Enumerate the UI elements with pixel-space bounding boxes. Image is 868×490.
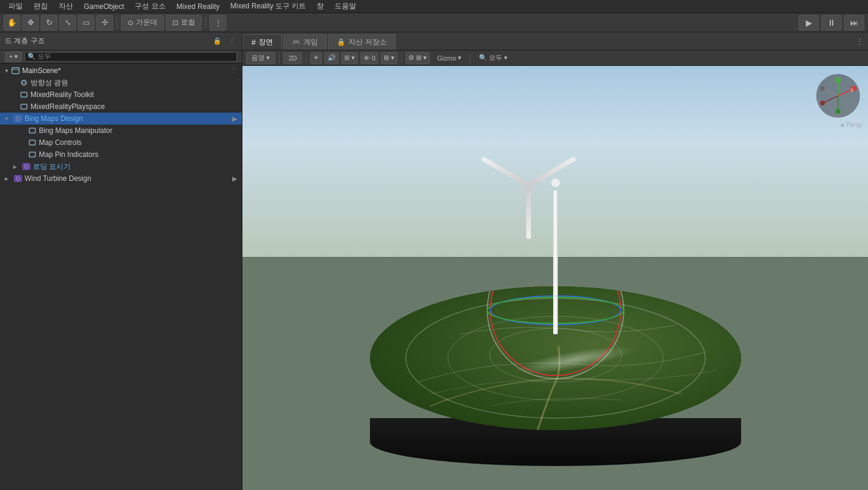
wind-turbine-model [550, 179, 562, 334]
hierarchy-item-loading[interactable]: ▶ 로딩 표시기 [0, 161, 242, 173]
play-button[interactable]: ▶ [799, 15, 819, 31]
hierarchy-more-btn[interactable]: ⋮ [226, 36, 237, 47]
hierarchy-title: 드 계층 구조 [5, 36, 208, 46]
main-scene-more[interactable]: ⋮ [230, 67, 237, 75]
mp-icon [28, 150, 37, 159]
menu-gameobject[interactable]: GameObject [79, 1, 129, 12]
svg-rect-8 [29, 128, 35, 133]
menu-help[interactable]: 도움말 [330, 0, 361, 13]
menu-mixed-reality[interactable]: Mixed Reality [172, 1, 224, 12]
bing-maps-label: Bing Maps Design [25, 114, 83, 123]
svg-rect-0 [12, 68, 19, 74]
scene-tab-icon: # [251, 38, 256, 47]
scene-toolbar: 음영 ▾ 2D ☀ 🔊 ⊞ ▾ 👁 0 [242, 50, 868, 66]
hierarchy-item-mr-playspace[interactable]: ▶ MixedRealityPlayspace [0, 101, 242, 113]
svg-rect-4 [21, 92, 27, 97]
asset-tab-icon: 🔒 [337, 38, 345, 46]
tab-asset-store[interactable]: 🔒 자산 저장소 [328, 34, 395, 50]
scene-toolbar-sep4 [470, 53, 471, 63]
tab-scene[interactable]: # 장면 [242, 34, 282, 50]
tool-hand[interactable]: ✋ [4, 15, 20, 31]
expand-arrow-loading[interactable]: ▶ [11, 164, 19, 170]
all-arrow: ▾ [504, 54, 508, 62]
shading-dropdown[interactable]: 음영 ▾ [246, 52, 275, 64]
shading-label: 음영 [251, 53, 265, 62]
svg-point-29 [836, 109, 840, 114]
scene-viewport[interactable]: X ◄ Persp [242, 66, 868, 490]
terrain-container [358, 262, 753, 466]
loading-icon [22, 162, 31, 171]
tab-game[interactable]: 🎮 게임 [283, 34, 327, 50]
effects-toggle[interactable]: ⊞ ▾ [341, 52, 358, 64]
toolbar-sep2 [205, 17, 206, 29]
tool-move[interactable]: ✥ [22, 15, 39, 31]
hierarchy-item-bing-manipulator[interactable]: ▶ Bing Maps Manipulator [0, 125, 242, 137]
wt-more[interactable]: ▶ [232, 175, 237, 183]
pivot-toggle[interactable]: ⊙ 가운데 [121, 15, 164, 31]
axis-gizmo[interactable]: X ◄ Persp [814, 72, 862, 120]
bm-label: Bing Maps Manipulator [39, 126, 113, 135]
menu-edit[interactable]: 편집 [29, 0, 53, 13]
audio-toggle[interactable]: 🔊 [324, 52, 339, 64]
menu-file[interactable]: 파일 [4, 0, 28, 13]
tool-rotate[interactable]: ↻ [41, 15, 57, 31]
expand-arrow-bing-maps[interactable]: ▼ [2, 116, 11, 122]
gizmo-label-btn[interactable]: Gizmo ▾ [432, 52, 466, 64]
all-layers-dropdown[interactable]: 🔍 모두 ▾ [474, 52, 512, 64]
scene-toolbar-sep1 [279, 53, 280, 63]
mc-icon [28, 138, 37, 147]
persp-label[interactable]: ◄ Persp [839, 122, 862, 128]
bing-maps-more[interactable]: ▶ [232, 115, 237, 123]
lighting-toggle[interactable]: ☀ [310, 52, 322, 64]
tool-transform[interactable]: ✢ [96, 15, 113, 31]
game-tab-label: 게임 [304, 37, 318, 47]
hierarchy-item-map-controls[interactable]: ▶ Map Controls [0, 137, 242, 149]
expand-arrow-main-scene[interactable]: ▼ [2, 66, 11, 75]
hierarchy-search-box[interactable]: 🔍 모두 [25, 52, 237, 62]
light-icon-btn: ☀ [313, 54, 319, 62]
svg-point-2 [22, 80, 26, 85]
menu-component[interactable]: 구성 요소 [130, 0, 170, 13]
hierarchy-content: ▼ MainScene* ⋮ ▶ 방향성 광원 ▶ [0, 63, 242, 490]
gizmo-arrow: ▾ [458, 54, 462, 62]
bm-icon [28, 126, 37, 135]
mr-toolkit-icon [19, 90, 29, 99]
svg-rect-10 [29, 152, 35, 157]
grid-toggle[interactable]: ⊞ ▾ [381, 52, 397, 64]
svg-point-31 [820, 86, 825, 91]
local-toggle[interactable]: ⊡ 로컬 [166, 15, 202, 31]
settings-icon: ⚙ [408, 54, 414, 62]
hierarchy-search: + ▾ 🔍 모두 [0, 50, 242, 63]
main-layout: 드 계층 구조 🔒 ⋮ + ▾ 🔍 모두 ▼ MainScene* ⋮ [0, 32, 868, 490]
hierarchy-item-light[interactable]: ▶ 방향성 광원 [0, 77, 242, 89]
menu-window[interactable]: 창 [312, 0, 329, 13]
hierarchy-lock-btn[interactable]: 🔒 [212, 36, 223, 47]
menu-mr-toolkit[interactable]: Mixed Reality 도구 키트 [226, 0, 311, 13]
scene-tab-label: 장면 [259, 37, 273, 47]
hierarchy-add-btn[interactable]: + ▾ [5, 52, 22, 62]
gizmo-settings[interactable]: ⚙ ⊞ ▾ [405, 52, 430, 64]
svg-rect-3 [23, 80, 25, 85]
2d-toggle[interactable]: 2D [283, 52, 302, 64]
hierarchy-item-main-scene[interactable]: ▼ MainScene* ⋮ [0, 65, 242, 77]
play-controls: ▶ ⏸ ⏭ [799, 15, 864, 31]
mr-playspace-icon [19, 102, 29, 111]
svg-point-22 [835, 77, 841, 83]
tabs-more-btn[interactable]: ⋮ [851, 37, 868, 46]
mc-label: Map Controls [39, 138, 81, 147]
menu-assets[interactable]: 자산 [54, 0, 78, 13]
wt-icon [13, 174, 23, 183]
hierarchy-item-bing-maps[interactable]: ▼ Bing Maps Design ▶ [0, 113, 242, 125]
main-scene-label: MainScene* [22, 66, 61, 75]
hierarchy-item-map-pins[interactable]: ▶ Map Pin Indicators [0, 149, 242, 161]
mr-toolkit-label: MixedReality Toolkit [31, 90, 94, 99]
tool-scale[interactable]: ⤡ [59, 15, 76, 31]
pause-button[interactable]: ⏸ [821, 15, 842, 31]
step-button[interactable]: ⏭ [844, 15, 864, 31]
snap-settings[interactable]: ⋮ [210, 15, 226, 31]
tool-rect[interactable]: ▭ [78, 15, 95, 31]
hierarchy-item-mr-toolkit[interactable]: ▶ MixedReality Toolkit [0, 89, 242, 101]
layer-count[interactable]: 👁 0 [360, 52, 378, 64]
hierarchy-item-wind-turbine[interactable]: ▶ Wind Turbine Design ▶ [0, 173, 242, 184]
expand-arrow-wt[interactable]: ▶ [2, 176, 11, 182]
